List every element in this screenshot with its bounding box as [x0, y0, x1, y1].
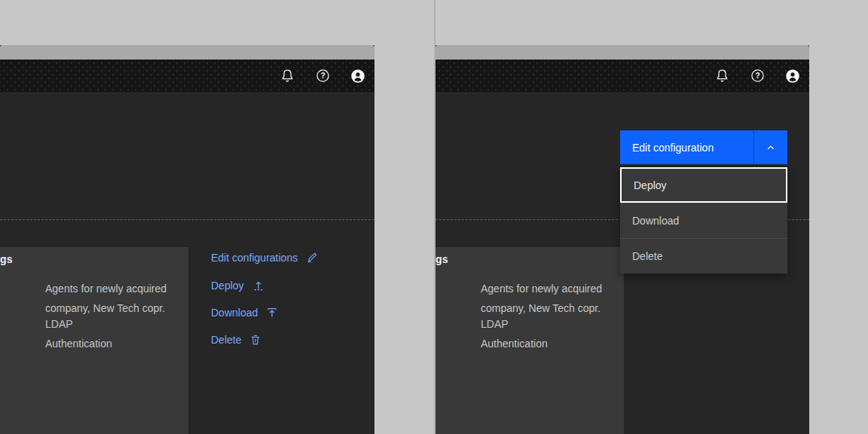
edit-configuration-button[interactable]: Edit configuration [620, 130, 754, 164]
page-content: gs Agents for newly acquired company, Ne… [436, 92, 809, 434]
deploy-arrow-icon [252, 280, 264, 292]
example-panel-links: ? gs Agents for newly acquired company, … [0, 45, 374, 434]
browser-cap-bar [436, 45, 809, 60]
notification-bell-button[interactable] [280, 69, 295, 84]
config-item-authentication: Authentication [45, 338, 112, 350]
combo-button: Edit configuration [620, 130, 787, 164]
combo-button-menu: Deploy Download Delete [620, 167, 787, 274]
edit-configurations-link[interactable]: Edit configurations [211, 252, 318, 264]
section-divider [0, 219, 374, 220]
trash-icon [249, 334, 261, 346]
svg-text:?: ? [320, 72, 325, 80]
menu-item-download[interactable]: Download [620, 203, 787, 238]
delete-label: Delete [211, 334, 241, 346]
avatar-icon [350, 69, 365, 84]
svg-text:?: ? [755, 72, 760, 80]
delete-link[interactable]: Delete [211, 334, 261, 346]
description-line-2: company, New Tech copr. [45, 302, 165, 314]
avatar-button[interactable] [785, 69, 800, 84]
browser-cap-bar [0, 45, 374, 60]
upload-arrow-icon [266, 307, 278, 319]
app-header-bar: ? [436, 60, 809, 92]
description-line-2: company, New Tech copr. [481, 302, 601, 314]
combo-chevron-button[interactable] [754, 130, 787, 164]
example-panel-combo-button: ? gs Agents for newly acquired company, … [436, 45, 809, 434]
comparison-canvas: ? gs Agents for newly acquired company, … [0, 0, 868, 434]
app-header-bar: ? [0, 60, 374, 92]
page-content: gs Agents for newly acquired company, Ne… [0, 92, 374, 434]
description-line-1: Agents for newly acquired [481, 283, 602, 295]
config-item-ldap: LDAP [481, 318, 509, 330]
help-button[interactable]: ? [750, 69, 765, 84]
settings-description: Agents for newly acquired company, New T… [45, 279, 167, 318]
config-item-authentication: Authentication [481, 338, 548, 350]
menu-item-delete[interactable]: Delete [620, 238, 787, 274]
description-line-1: Agents for newly acquired [45, 283, 167, 295]
notification-bell-icon [280, 69, 295, 83]
settings-description: Agents for newly acquired company, New T… [481, 279, 602, 318]
help-button[interactable]: ? [315, 69, 330, 84]
avatar-icon [785, 69, 800, 84]
avatar-button[interactable] [350, 69, 365, 84]
download-link[interactable]: Download [211, 307, 278, 319]
settings-title-truncated: gs [0, 253, 13, 265]
menu-item-deploy[interactable]: Deploy [620, 167, 787, 203]
deploy-label: Deploy [211, 280, 244, 292]
notification-bell-icon [715, 69, 729, 83]
settings-title-truncated: gs [436, 253, 448, 265]
config-item-ldap: LDAP [45, 318, 73, 330]
notification-bell-button[interactable] [714, 69, 729, 84]
deploy-link[interactable]: Deploy [211, 280, 264, 292]
edit-pencil-icon [306, 252, 318, 264]
help-icon: ? [750, 69, 765, 83]
edit-configurations-label: Edit configurations [211, 252, 298, 264]
help-icon: ? [316, 69, 330, 83]
chevron-up-icon [766, 142, 776, 153]
download-label: Download [211, 307, 258, 319]
